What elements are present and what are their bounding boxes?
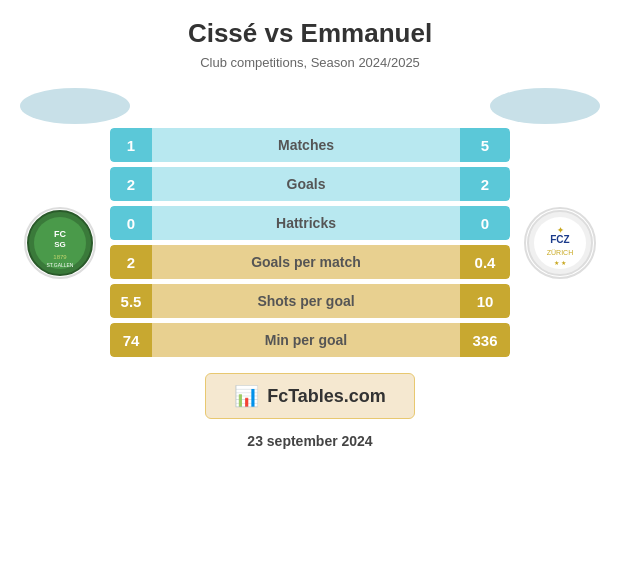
- svg-text:★ ★: ★ ★: [554, 260, 566, 266]
- badge-area: 📊 FcTables.com 23 september 2024: [205, 373, 415, 449]
- stats-container: 1 Matches 5 2 Goals 2 0 Hattricks 0 2 Go…: [110, 128, 510, 357]
- top-ovals-row: [20, 88, 600, 124]
- stat-label: Goals: [152, 167, 460, 201]
- fcz-logo: ✦ FCZ ZÜRICH ★ ★: [526, 209, 594, 277]
- svg-text:1879: 1879: [53, 254, 67, 260]
- logo-circle-right: ✦ FCZ ZÜRICH ★ ★: [524, 207, 596, 279]
- stat-right-value: 336: [460, 323, 510, 357]
- badge-icon: 📊: [234, 384, 259, 408]
- stat-row: 74 Min per goal 336: [110, 323, 510, 357]
- team-logo-left: FC SG 1879 ST.GALLEN: [20, 203, 100, 283]
- page-container: Cissé vs Emmanuel Club competitions, Sea…: [0, 0, 620, 580]
- svg-text:ZÜRICH: ZÜRICH: [547, 249, 573, 256]
- stat-row: 1 Matches 5: [110, 128, 510, 162]
- svg-text:ST.GALLEN: ST.GALLEN: [47, 262, 74, 268]
- svg-text:FCZ: FCZ: [550, 234, 569, 245]
- stat-right-value: 2: [460, 167, 510, 201]
- match-title: Cissé vs Emmanuel: [188, 18, 432, 49]
- oval-left: [20, 88, 130, 124]
- match-subtitle: Club competitions, Season 2024/2025: [200, 55, 420, 70]
- svg-text:SG: SG: [54, 240, 66, 249]
- stat-left-value: 1: [110, 128, 152, 162]
- badge-text: FcTables.com: [267, 386, 386, 407]
- stat-right-value: 5: [460, 128, 510, 162]
- stat-right-value: 0: [460, 206, 510, 240]
- stat-label: Goals per match: [152, 245, 460, 279]
- stat-row: 2 Goals per match 0.4: [110, 245, 510, 279]
- svg-text:FC: FC: [54, 229, 66, 239]
- stat-right-value: 10: [460, 284, 510, 318]
- stat-label: Min per goal: [152, 323, 460, 357]
- stat-label: Hattricks: [152, 206, 460, 240]
- stat-left-value: 2: [110, 245, 152, 279]
- stat-left-value: 5.5: [110, 284, 152, 318]
- stat-left-value: 0: [110, 206, 152, 240]
- logo-circle-left: FC SG 1879 ST.GALLEN: [24, 207, 96, 279]
- match-date: 23 september 2024: [247, 433, 372, 449]
- stat-label: Shots per goal: [152, 284, 460, 318]
- fctables-badge: 📊 FcTables.com: [205, 373, 415, 419]
- stat-right-value: 0.4: [460, 245, 510, 279]
- stat-left-value: 74: [110, 323, 152, 357]
- oval-right: [490, 88, 600, 124]
- stat-left-value: 2: [110, 167, 152, 201]
- stat-row: 2 Goals 2: [110, 167, 510, 201]
- fcsg-logo: FC SG 1879 ST.GALLEN: [26, 209, 94, 277]
- team-logo-right: ✦ FCZ ZÜRICH ★ ★: [520, 203, 600, 283]
- stat-row: 5.5 Shots per goal 10: [110, 284, 510, 318]
- stat-row: 0 Hattricks 0: [110, 206, 510, 240]
- main-content: FC SG 1879 ST.GALLEN 1 Matches 5 2 Goals…: [20, 128, 600, 357]
- stat-label: Matches: [152, 128, 460, 162]
